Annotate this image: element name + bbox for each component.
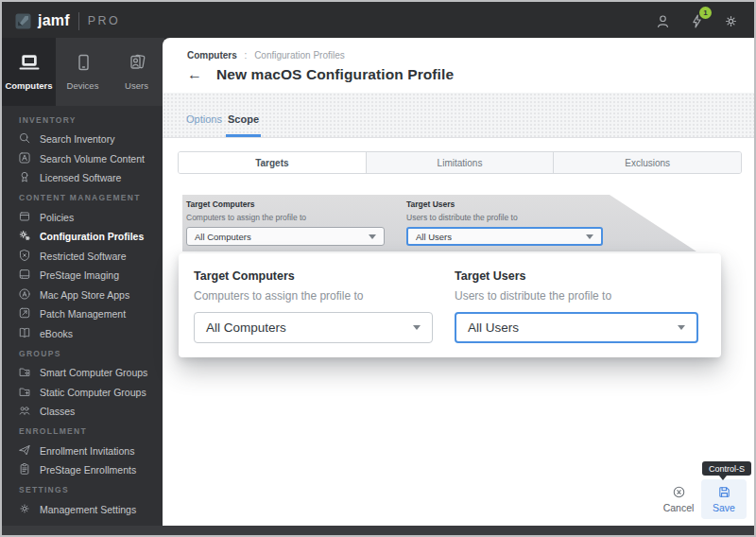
breadcrumb-root[interactable]: Computers bbox=[187, 50, 237, 61]
target-users-dropdown[interactable]: All Users bbox=[455, 312, 698, 343]
dropdown-value: All Users bbox=[416, 232, 452, 242]
settings-gear-icon[interactable] bbox=[723, 13, 739, 29]
target-computers-dropdown-small[interactable]: All Computers bbox=[186, 227, 385, 246]
cancel-button[interactable]: Cancel bbox=[660, 485, 697, 513]
sidebar-item-ebooks[interactable]: eBooks bbox=[2, 324, 164, 344]
sidebar-item-patch-management[interactable]: Patch Management bbox=[2, 304, 164, 324]
target-computers-dropdown[interactable]: All Computers bbox=[194, 312, 433, 343]
sidebar-item-restricted-software[interactable]: Restricted Software bbox=[2, 247, 164, 267]
sidebar-item-smart-computer-groups[interactable]: Smart Computer Groups bbox=[2, 363, 164, 383]
book-icon bbox=[18, 326, 31, 341]
chevron-down-icon bbox=[678, 325, 685, 330]
scope-tab-limitations[interactable]: Limitations bbox=[367, 152, 555, 173]
breadcrumb: Computers : Configuration Profiles bbox=[187, 50, 345, 61]
dimmed-background-form: Target ComputersComputers to assign the … bbox=[182, 195, 696, 251]
sidebar-section-groups: GROUPS bbox=[2, 343, 164, 363]
scope-tabs: TargetsLimitationsExclusions bbox=[178, 151, 742, 174]
field-description: Users to distribute the profile to bbox=[406, 213, 603, 222]
sidebar-item-label: Licensed Software bbox=[40, 172, 121, 183]
magnified-callout-panel: Target ComputersComputers to assign the … bbox=[179, 253, 721, 357]
brand-name: jamf bbox=[38, 12, 70, 29]
sidebar-item-enrollment-invitations[interactable]: Enrollment Invitations bbox=[2, 442, 164, 461]
save-shortcut-tooltip: Control-S bbox=[702, 461, 751, 476]
chevron-down-icon bbox=[369, 234, 376, 239]
app-window: jamf PRO 1 ComputersDevicesUsers INVENTO… bbox=[0, 0, 756, 537]
main-tab-computers[interactable]: Computers bbox=[2, 38, 56, 106]
sidebar-item-licensed-software[interactable]: Licensed Software bbox=[2, 168, 164, 188]
sidebar-item-static-computer-groups[interactable]: Static Computer Groups bbox=[2, 383, 164, 403]
sidebar-item-label: Configuration Profiles bbox=[40, 231, 144, 242]
breadcrumb-current[interactable]: Configuration Profiles bbox=[254, 50, 345, 61]
award-icon bbox=[18, 170, 31, 185]
window-bottom-strip bbox=[2, 526, 754, 535]
notifications-icon[interactable]: 1 bbox=[689, 13, 705, 29]
sidebar-item-label: Mac App Store Apps bbox=[40, 289, 129, 301]
cancel-label: Cancel bbox=[663, 502, 695, 513]
dropdown-value: All Users bbox=[468, 320, 519, 335]
dropdown-value: All Computers bbox=[206, 320, 286, 335]
left-navigation: ComputersDevicesUsers INVENTORYSearch In… bbox=[2, 38, 164, 526]
cancel-x-circle-icon bbox=[672, 485, 686, 499]
sidebar-item-search-inventory[interactable]: Search Inventory bbox=[2, 130, 164, 149]
scope-tab-exclusions[interactable]: Exclusions bbox=[554, 152, 741, 173]
chevron-down-icon bbox=[413, 325, 421, 330]
clipboard-icon bbox=[18, 462, 31, 477]
sidebar-item-management-settings[interactable]: Management Settings bbox=[2, 500, 164, 520]
save-button[interactable]: Save bbox=[701, 479, 747, 519]
sidebar-section-enrollment: ENROLLMENT bbox=[2, 422, 164, 442]
tooltip-pointer bbox=[719, 476, 727, 480]
sidebar-item-classes[interactable]: Classes bbox=[2, 402, 164, 422]
sidebar-item-mac-app-store-apps[interactable]: Mac App Store Apps bbox=[2, 286, 164, 305]
dropdown-value: All Computers bbox=[195, 232, 251, 242]
shield-x-icon bbox=[18, 249, 31, 264]
sidebar-item-label: Policies bbox=[40, 212, 74, 223]
policies-icon bbox=[18, 210, 31, 225]
tablet-icon bbox=[71, 54, 95, 76]
sidebar-section-settings: SETTINGS bbox=[2, 480, 164, 500]
breadcrumb-separator: : bbox=[245, 50, 248, 61]
form-column-target-computers-small: Target ComputersComputers to assign the … bbox=[186, 199, 385, 246]
field-label: Target Users bbox=[406, 199, 603, 209]
sidebar-item-prestage-imaging[interactable]: PreStage Imaging bbox=[2, 266, 164, 286]
back-arrow-icon[interactable]: ← bbox=[187, 67, 202, 82]
profile-tab-options[interactable]: Options bbox=[186, 113, 222, 125]
sidebar-item-label: Search Volume Content bbox=[40, 153, 145, 165]
active-tab-underline bbox=[226, 134, 261, 137]
sidebar-item-label: eBooks bbox=[40, 328, 73, 339]
laptop-icon bbox=[17, 54, 42, 76]
page-title: New macOS Configuration Profile bbox=[216, 66, 454, 83]
sidebar-item-label: Enrollment Invitations bbox=[40, 445, 134, 457]
main-content: Computers : Configuration Profiles ← New… bbox=[163, 38, 754, 526]
context-tabs: ComputersDevicesUsers bbox=[2, 38, 164, 106]
sidebar-item-search-volume-content[interactable]: Search Volume Content bbox=[2, 149, 164, 169]
patch-icon bbox=[18, 306, 31, 321]
save-floppy-icon bbox=[717, 485, 731, 499]
folder-gear-icon bbox=[18, 365, 31, 380]
form-column-target-computers: Target ComputersComputers to assign the … bbox=[194, 269, 433, 343]
account-icon[interactable] bbox=[655, 13, 671, 29]
gear-icon bbox=[18, 502, 31, 517]
users-card-icon bbox=[125, 54, 149, 76]
profile-tabstrip: OptionsScope bbox=[163, 93, 754, 138]
sidebar-item-label: PreStage Enrollments bbox=[40, 464, 136, 476]
sidebar-item-prestage-enrollments[interactable]: PreStage Enrollments bbox=[2, 460, 164, 480]
profile-tab-scope[interactable]: Scope bbox=[228, 113, 259, 125]
sidebar-item-label: Search Inventory bbox=[40, 133, 114, 145]
sidebar-item-policies[interactable]: Policies bbox=[2, 208, 164, 228]
main-tab-devices[interactable]: Devices bbox=[56, 38, 110, 106]
paper-plane-icon bbox=[18, 443, 31, 459]
sidebar-item-label: Restricted Software bbox=[40, 251, 127, 262]
target-users-dropdown-small[interactable]: All Users bbox=[406, 227, 603, 246]
sidebar-item-label: Classes bbox=[40, 406, 75, 417]
sidebar-section-content-management: CONTENT MANAGEMENT bbox=[2, 188, 164, 208]
main-tab-users[interactable]: Users bbox=[110, 38, 163, 106]
field-label: Target Computers bbox=[186, 199, 385, 209]
scope-tab-targets[interactable]: Targets bbox=[179, 152, 367, 173]
sidebar-section-inventory: INVENTORY bbox=[2, 110, 164, 130]
sidebar-item-label: Static Computer Groups bbox=[40, 387, 146, 398]
main-tab-label: Computers bbox=[5, 80, 52, 91]
folder-plus-icon bbox=[18, 385, 31, 400]
chevron-down-icon bbox=[586, 234, 593, 239]
sidebar-item-configuration-profiles[interactable]: Configuration Profiles bbox=[2, 227, 164, 247]
form-column-target-users: Target UsersUsers to distribute the prof… bbox=[455, 269, 698, 343]
